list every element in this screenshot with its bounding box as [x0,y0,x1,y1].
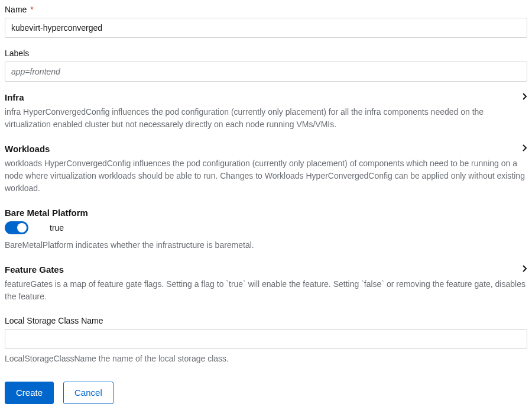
infra-section: Infra infra HyperConvergedConfig influen… [5,92,527,131]
create-button[interactable]: Create [5,382,54,404]
chevron-right-icon [523,265,527,274]
local-storage-label: Local Storage Class Name [5,316,527,325]
name-label-text: Name [5,5,27,14]
workloads-section-title: Workloads [5,144,50,154]
button-row: Create Cancel [5,382,527,404]
name-label: Name * [5,5,527,14]
bare-metal-section: Bare Metal Platform true BareMetalPlatfo… [5,208,527,251]
bare-metal-switch-row: true [5,221,527,234]
workloads-section-header[interactable]: Workloads [5,144,527,154]
bare-metal-description: BareMetalPlatform indicates whether the … [5,239,527,251]
infra-description: infra HyperConvergedConfig influences th… [5,106,527,131]
local-storage-description: LocalStorageClassName the name of the lo… [5,353,527,365]
bare-metal-toggle[interactable] [5,221,28,234]
feature-gates-description: featureGates is a map of feature gate fl… [5,278,527,303]
required-asterisk: * [30,5,33,14]
local-storage-input[interactable] [5,329,527,349]
chevron-right-icon [523,93,527,102]
bare-metal-title: Bare Metal Platform [5,208,527,218]
feature-gates-title: Feature Gates [5,264,64,275]
cancel-button[interactable]: Cancel [63,382,113,404]
feature-gates-section-header[interactable]: Feature Gates [5,264,527,275]
labels-label: Labels [5,49,527,58]
workloads-section: Workloads workloads HyperConvergedConfig… [5,144,527,195]
local-storage-field-group: Local Storage Class Name LocalStorageCla… [5,316,527,365]
infra-section-header[interactable]: Infra [5,92,527,102]
name-input[interactable] [5,18,527,38]
labels-field-group: Labels [5,49,527,82]
labels-input[interactable] [5,62,527,82]
infra-section-title: Infra [5,92,24,102]
feature-gates-section: Feature Gates featureGates is a map of f… [5,264,527,303]
toggle-slider [5,221,28,234]
bare-metal-value: true [50,223,64,233]
workloads-description: workloads HyperConvergedConfig influence… [5,157,527,195]
name-field-group: Name * [5,5,527,38]
chevron-right-icon [523,144,527,153]
